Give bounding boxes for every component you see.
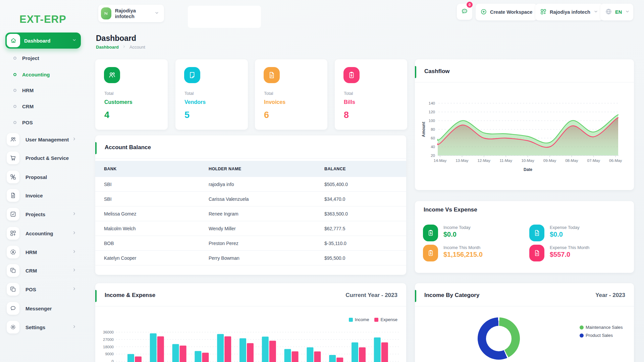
account-balance-card: Account Balance BANK HOLDER NAME BALANCE… bbox=[95, 135, 406, 275]
sidebar-shortcut-pos[interactable]: POS bbox=[0, 118, 87, 127]
sidebar-item-invoice[interactable]: Invoice bbox=[0, 189, 87, 201]
messages-button[interactable]: 0 bbox=[457, 4, 472, 20]
sidebar-item-dashboard[interactable]: Dashboard bbox=[5, 33, 81, 49]
chat-icon bbox=[461, 8, 468, 16]
create-workspace-button[interactable]: Create Workspace bbox=[476, 4, 537, 20]
svg-text:40: 40 bbox=[431, 145, 435, 149]
ive-stat-income-this-month: $Income This Month$1,156,215.0 bbox=[423, 245, 524, 261]
svg-text:Date: Date bbox=[524, 167, 532, 172]
cell-bank: Katelyn Cooper bbox=[104, 255, 137, 261]
cell-bank: SBI bbox=[104, 182, 112, 187]
svg-text:27000: 27000 bbox=[103, 338, 114, 342]
sidebar-item-label: Accounting bbox=[22, 72, 50, 77]
svg-text:10-May: 10-May bbox=[521, 159, 534, 163]
file-text-icon bbox=[264, 67, 280, 83]
users-icon bbox=[7, 133, 19, 146]
income-by-category-card: Income By Category Year - 2023 Maintenan… bbox=[415, 283, 634, 362]
sidebar-item-accounting[interactable]: Accounting bbox=[0, 227, 87, 239]
stat-label: Invoices bbox=[264, 99, 285, 105]
sidebar-item-messenger[interactable]: Messenger bbox=[0, 302, 87, 314]
sidebar-shortcut-project[interactable]: Project bbox=[0, 53, 87, 63]
sidebar-item-label: Accounting bbox=[25, 231, 53, 236]
card-accent bbox=[415, 290, 416, 302]
legend-item-maintenance-sales[interactable]: Maintenance Sales bbox=[580, 325, 623, 330]
sidebar-shortcut-hrm[interactable]: HRM bbox=[0, 85, 87, 95]
sidebar-item-proposal[interactable]: Proposal bbox=[0, 171, 87, 183]
sidebar-item-label: Product & Service bbox=[25, 155, 69, 161]
cell-balance: $363,500.0 bbox=[324, 211, 348, 217]
clipboard-dollar-icon: $ bbox=[343, 67, 360, 83]
sidebar-item-product-service[interactable]: Product & Service bbox=[0, 152, 87, 164]
sidebar-item-label: CRM bbox=[25, 268, 37, 274]
legend-label: Product Sales bbox=[586, 333, 613, 338]
svg-text:60: 60 bbox=[431, 136, 435, 140]
ive-label: Expense This Month bbox=[550, 245, 589, 250]
svg-text:07-May: 07-May bbox=[587, 159, 600, 163]
chevron-right-icon bbox=[72, 249, 77, 255]
sidebar-shortcut-crm[interactable]: CRM bbox=[0, 102, 87, 111]
stat-value: 8 bbox=[344, 110, 349, 120]
cell-holder-name: Preston Perez bbox=[209, 241, 238, 246]
stat-card-vendors[interactable]: TotalVendors5 bbox=[175, 59, 248, 130]
svg-text:13-May: 13-May bbox=[455, 159, 469, 163]
breadcrumb-root[interactable]: Dashboard bbox=[96, 45, 119, 50]
company-menu[interactable]: Rajodiya infotech bbox=[535, 4, 603, 20]
copy-icon bbox=[7, 264, 19, 277]
column-header: BANK bbox=[104, 167, 117, 171]
svg-text:18000: 18000 bbox=[103, 345, 114, 349]
svg-text:12-May: 12-May bbox=[478, 159, 491, 163]
legend-item-product-sales[interactable]: Product Sales bbox=[580, 333, 613, 338]
globe-icon bbox=[605, 8, 612, 16]
sidebar-item-settings[interactable]: Settings bbox=[0, 321, 87, 333]
clipboard-dollar-icon: $ bbox=[423, 225, 438, 241]
table-row: BOBPreston Perez$-35,110.0 bbox=[95, 236, 406, 251]
card-title: Income By Category bbox=[424, 292, 479, 299]
ive-value: $0.0 bbox=[443, 231, 457, 238]
person-target-icon bbox=[7, 246, 19, 258]
income-expense-card: Income & Expense Current Year - 2023 Inc… bbox=[95, 283, 406, 362]
stat-card-invoices[interactable]: TotalInvoices6 bbox=[255, 59, 327, 130]
sidebar-item-user-management[interactable]: User Management bbox=[0, 133, 87, 145]
stat-card-bills[interactable]: $TotalBills8 bbox=[335, 59, 407, 130]
table-row: SBICarissa Valenzuela$34,470.0 bbox=[95, 192, 406, 206]
clipboard-dollar-icon: $ bbox=[423, 245, 438, 261]
workspace-avatar-icon bbox=[101, 7, 111, 19]
ive-stat-expense-today: Expense Today$0.0 bbox=[529, 225, 630, 241]
sidebar-item-pos[interactable]: POS bbox=[0, 283, 87, 295]
ive-stat-expense-this-month: Expense This Month$557.0 bbox=[529, 245, 630, 261]
sidebar-item-crm[interactable]: CRM bbox=[0, 264, 87, 277]
cashflow-card: Cashflow 1401201008060402014-May13-May12… bbox=[415, 59, 634, 190]
donut-hole bbox=[486, 326, 512, 351]
breadcrumb-current: Account bbox=[129, 45, 145, 50]
svg-text:$: $ bbox=[351, 74, 353, 77]
language-menu[interactable]: EN bbox=[600, 4, 633, 20]
svg-text:20: 20 bbox=[431, 154, 435, 158]
cell-bank: Melissa Gomez bbox=[104, 211, 136, 217]
sidebar-item-projects[interactable]: Projects bbox=[0, 208, 87, 220]
sidebar-item-label: POS bbox=[25, 287, 36, 292]
sidebar-item-label: Settings bbox=[25, 324, 45, 330]
svg-text:9000: 9000 bbox=[105, 352, 114, 356]
income-expense-bar-chart: 36000270001800090000 bbox=[95, 283, 406, 362]
plus-circle-icon bbox=[480, 8, 487, 16]
stat-value: 4 bbox=[104, 110, 109, 120]
card-subtitle: Year - 2023 bbox=[595, 292, 625, 299]
svg-text:14-May: 14-May bbox=[434, 159, 447, 163]
company-menu-label: Rajodiya infotech bbox=[550, 9, 590, 15]
svg-text:06-May: 06-May bbox=[609, 159, 622, 163]
bullet-icon bbox=[13, 105, 16, 108]
legend-label: Maintenance Sales bbox=[586, 325, 623, 330]
workspace-chip[interactable]: Rajodiya infotech bbox=[98, 5, 164, 22]
sidebar-item-label: CRM bbox=[22, 104, 34, 109]
workspace-name: Rajodiya infotech bbox=[115, 8, 151, 19]
chevron-down-icon bbox=[593, 9, 598, 15]
card-title: Income Vs Expense bbox=[424, 206, 477, 213]
cell-holder-name: Carissa Valenzuela bbox=[209, 196, 249, 202]
divider bbox=[95, 158, 406, 159]
stat-card-customers[interactable]: TotalCustomers4 bbox=[95, 59, 168, 130]
legend-swatch bbox=[580, 334, 584, 338]
ive-label: Income Today bbox=[443, 225, 471, 230]
sidebar-item-hrm[interactable]: HRM bbox=[0, 246, 87, 258]
svg-text:09-May: 09-May bbox=[543, 159, 556, 163]
sidebar-shortcut-accounting[interactable]: Accounting bbox=[0, 70, 87, 79]
